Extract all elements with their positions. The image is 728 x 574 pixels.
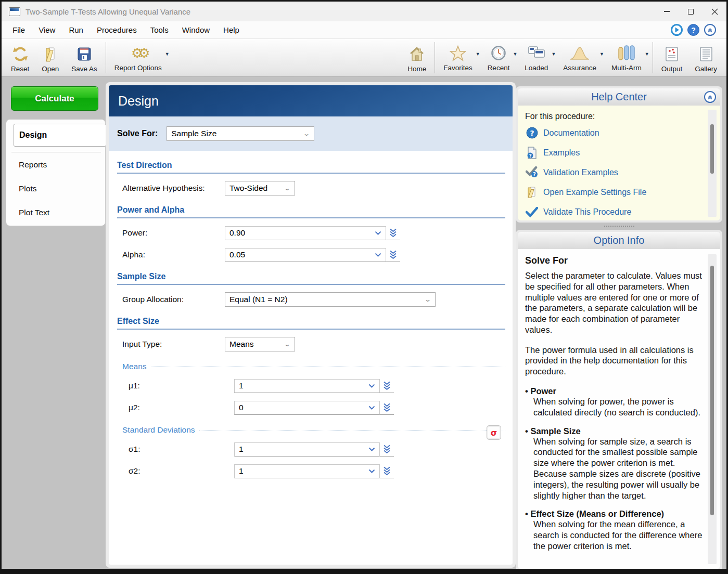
multi-arm-button[interactable]: Multi-Arm	[605, 40, 648, 75]
favorites-dropdown-arrow[interactable]: ▼	[476, 51, 480, 57]
alpha-input[interactable]: 0.05	[225, 248, 386, 262]
sigma2-input[interactable]: 1	[234, 464, 380, 478]
gallery-document-icon	[699, 44, 713, 64]
link-documentation[interactable]: ? Documentation	[525, 126, 713, 139]
minimize-button[interactable]	[655, 2, 679, 21]
design-panel-frame: Design Solve For: Sample Size ⌄ Test Dir…	[106, 82, 516, 568]
menu-window[interactable]: Window	[175, 25, 216, 34]
gallery-button[interactable]: Gallery	[688, 39, 723, 76]
chevron-down-icon: ⌄	[424, 296, 431, 303]
tab-plots[interactable]: Plots	[19, 184, 36, 193]
maximize-button[interactable]	[679, 2, 703, 21]
save-as-button[interactable]: Save As	[65, 39, 104, 76]
app-window-icon	[9, 7, 20, 16]
tab-plot-text[interactable]: Plot Text	[19, 208, 49, 217]
mu1-multiple-values-button[interactable]	[380, 379, 394, 393]
menu-run[interactable]: Run	[62, 25, 90, 34]
solve-for-select[interactable]: Sample Size ⌄	[167, 126, 314, 141]
windows-icon	[528, 43, 545, 63]
option-info-bullet-sample-size: • Sample Size When solving for sample si…	[525, 426, 708, 501]
section-effect-size: Effect Size	[117, 317, 505, 330]
sigma-tool-button[interactable]: σ	[487, 425, 501, 440]
mu2-input[interactable]: 0	[234, 401, 380, 415]
tab-design[interactable]: Design	[14, 124, 106, 147]
multi-arm-dropdown-arrow[interactable]: ▼	[645, 51, 649, 57]
mu1-input[interactable]: 1	[234, 379, 380, 393]
option-info-bullet-effect-size: • Effect Size (Means or Difference) When…	[525, 509, 708, 551]
double-chevron-down-icon	[383, 403, 391, 412]
link-open-example-settings[interactable]: Open Example Settings File	[525, 186, 713, 199]
recent-dropdown-arrow[interactable]: ▼	[513, 51, 517, 57]
toolbar-separator	[435, 42, 435, 73]
report-options-dropdown-arrow[interactable]: ▼	[165, 51, 170, 57]
link-examples[interactable]: ? Examples	[525, 146, 713, 159]
menu-view[interactable]: View	[32, 25, 62, 34]
mu2-label: μ2:	[129, 403, 234, 412]
folder-icon	[525, 186, 539, 199]
assurance-button[interactable]: Assurance	[557, 40, 603, 75]
toolbar-separator	[106, 42, 106, 73]
recent-button[interactable]: Recent	[481, 40, 516, 75]
validation-examples-icon: ?	[525, 166, 539, 179]
calculate-button[interactable]: Calculate	[11, 86, 98, 111]
title-bar: Two-Sample T-Tests Allowing Unequal Vari…	[2, 2, 726, 21]
report-options-button[interactable]: ⚙⚙ Report Options	[108, 40, 168, 75]
reset-icon	[12, 44, 28, 64]
window-title: Two-Sample T-Tests Allowing Unequal Vari…	[25, 7, 190, 16]
option-info-scrollbar-thumb[interactable]	[710, 266, 714, 515]
menu-file[interactable]: File	[6, 25, 32, 34]
link-validation-examples[interactable]: ? Validation Examples	[525, 166, 713, 179]
alternative-hypothesis-label: Alternative Hypothesis:	[122, 184, 225, 193]
menu-tools[interactable]: Tools	[144, 25, 175, 34]
help-scrollbar-thumb[interactable]	[710, 124, 714, 174]
sigma1-multiple-values-button[interactable]	[380, 442, 394, 456]
sigma2-label: σ2:	[129, 466, 234, 476]
design-panel-title: Design	[109, 85, 513, 116]
output-button[interactable]: Output	[655, 39, 689, 76]
checkmark-icon	[525, 206, 539, 218]
svg-text:?: ?	[530, 129, 534, 137]
open-button[interactable]: Open	[35, 39, 65, 76]
link-validate-procedure[interactable]: Validate This Procedure	[525, 205, 713, 218]
assurance-dropdown-arrow[interactable]: ▼	[599, 51, 604, 57]
group-allocation-label: Group Allocation:	[122, 295, 225, 304]
reset-button[interactable]: Reset	[5, 39, 35, 76]
chevron-down-icon: ⌄	[303, 130, 310, 137]
favorites-button[interactable]: Favorites	[437, 40, 479, 75]
run-button[interactable]	[671, 24, 683, 36]
collapse-window-button[interactable]	[704, 24, 716, 36]
close-button[interactable]	[703, 2, 726, 21]
loaded-button[interactable]: Loaded	[518, 40, 554, 75]
help-scrollbar[interactable]	[708, 110, 717, 217]
power-multiple-values-button[interactable]	[386, 226, 400, 240]
documentation-icon: ?	[525, 127, 539, 139]
sigma1-input[interactable]: 1	[234, 442, 380, 456]
chevron-up-double-icon	[707, 27, 713, 33]
mu1-label: μ1:	[129, 381, 234, 390]
alpha-multiple-values-button[interactable]	[386, 248, 400, 262]
sigma2-multiple-values-button[interactable]	[380, 464, 394, 478]
home-button[interactable]: Home	[401, 39, 432, 76]
panel-splitter[interactable]	[516, 226, 722, 227]
question-icon: ?	[691, 26, 696, 34]
option-info-paragraph: Select the parameter to calculate. Value…	[525, 270, 708, 335]
loaded-dropdown-arrow[interactable]: ▼	[551, 51, 556, 57]
alternative-hypothesis-select[interactable]: Two-Sided ⌄	[225, 181, 295, 195]
option-info-paragraph: The power formula used in all calculatio…	[525, 345, 708, 377]
menu-procedures[interactable]: Procedures	[90, 25, 144, 34]
chevron-down-icon	[368, 469, 375, 474]
menu-help[interactable]: Help	[216, 25, 246, 34]
tab-separator	[11, 152, 101, 152]
tab-reports[interactable]: Reports	[19, 160, 47, 169]
mu2-multiple-values-button[interactable]	[380, 401, 394, 415]
subsection-means: Means	[122, 362, 505, 371]
option-info-title: Option Info	[594, 234, 645, 246]
group-allocation-select[interactable]: Equal (N1 = N2) ⌄	[225, 292, 436, 307]
sidebar-tab-panel: Design Reports Plots Plot Text	[6, 119, 106, 226]
input-type-select[interactable]: Means ⌄	[225, 337, 295, 351]
help-center-collapse-button[interactable]	[704, 91, 716, 103]
help-button[interactable]: ?	[687, 24, 699, 36]
power-input[interactable]: 0.90	[225, 226, 386, 240]
double-chevron-down-icon	[383, 381, 391, 390]
option-info-scrollbar[interactable]	[708, 254, 717, 564]
